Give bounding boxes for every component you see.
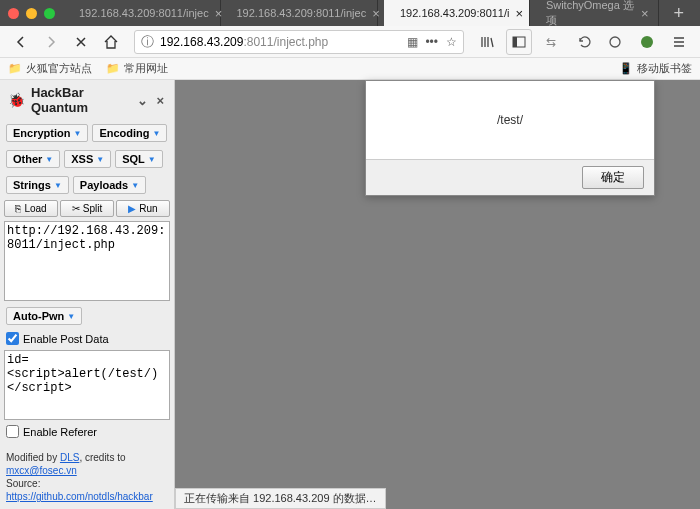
chevron-down-icon: ▼ <box>131 181 139 190</box>
chevron-down-icon: ▼ <box>152 129 160 138</box>
enable-referer-checkbox[interactable]: Enable Referer <box>0 422 174 441</box>
home-button[interactable] <box>98 29 124 55</box>
bookmark-item[interactable]: 📁常用网址 <box>106 61 168 76</box>
enable-post-checkbox[interactable]: Enable Post Data <box>0 329 174 348</box>
folder-icon: 📁 <box>8 62 22 75</box>
close-icon[interactable]: × <box>516 6 524 21</box>
tab-label: 192.168.43.209:8011/i <box>400 7 510 19</box>
chevron-down-icon: ▼ <box>54 181 62 190</box>
chevron-down-icon: ▼ <box>45 155 53 164</box>
status-bar: 正在传输来自 192.168.43.209 的数据… <box>175 488 386 509</box>
post-data-textarea[interactable] <box>4 350 170 420</box>
browser-tab[interactable]: 192.168.43.209:8011/injec× <box>227 0 379 26</box>
other-menu[interactable]: Other▼ <box>6 150 60 168</box>
close-window-icon[interactable] <box>8 8 19 19</box>
tab-label: 192.168.43.209:8011/injec <box>237 7 367 19</box>
tab-label: 192.168.43.209:8011/injec <box>79 7 209 19</box>
browser-tab[interactable]: 192.168.43.209:8011/injec× <box>69 0 221 26</box>
credits: Modified by DLS, credits to mxcx@fosec.v… <box>0 447 174 509</box>
refresh-icon[interactable] <box>602 29 628 55</box>
alert-ok-button[interactable]: 确定 <box>582 166 644 189</box>
chevron-down-icon: ▼ <box>96 155 104 164</box>
undo-icon[interactable] <box>570 29 596 55</box>
credits-link[interactable]: mxcx@fosec.vn <box>6 465 77 476</box>
chevron-down-icon: ▼ <box>73 129 81 138</box>
strings-menu[interactable]: Strings▼ <box>6 176 69 194</box>
split-button[interactable]: ✂Split <box>60 200 114 217</box>
encoding-menu[interactable]: Encoding▼ <box>92 124 167 142</box>
close-panel-icon[interactable]: × <box>154 93 166 108</box>
tab-label: SwitchyOmega 选项 <box>546 0 635 28</box>
sql-menu[interactable]: SQL▼ <box>115 150 163 168</box>
chevron-down-icon[interactable]: ⌄ <box>137 93 148 108</box>
traffic-lights <box>8 8 55 19</box>
back-button[interactable] <box>8 29 34 55</box>
alert-dialog: /test/ 确定 <box>365 80 655 196</box>
autopwn-menu[interactable]: Auto-Pwn▼ <box>6 307 82 325</box>
maximize-window-icon[interactable] <box>44 8 55 19</box>
close-icon[interactable]: × <box>215 6 223 21</box>
url-text: 192.168.43.209:8011/inject.php <box>160 35 328 49</box>
address-bar[interactable]: ⓘ 192.168.43.209:8011/inject.php ▦ ••• ☆ <box>134 30 464 54</box>
folder-icon: 📁 <box>106 62 120 75</box>
run-button[interactable]: ▶Run <box>116 200 170 217</box>
info-icon[interactable]: ⓘ <box>141 33 154 51</box>
load-button[interactable]: ⎘Load <box>4 200 58 217</box>
url-textarea[interactable] <box>4 221 170 301</box>
proxy-icon[interactable] <box>634 29 660 55</box>
credits-link[interactable]: https://github.com/notdls/hackbar <box>6 491 153 502</box>
svg-point-2 <box>610 37 620 47</box>
minimize-window-icon[interactable] <box>26 8 37 19</box>
panel-title: HackBar Quantum <box>31 85 131 115</box>
browser-tab[interactable]: SwitchyOmega 选项× <box>536 0 660 26</box>
bookmarks-bar: 📁火狐官方站点 📁常用网址 📱移动版书签 <box>0 58 700 80</box>
mobile-bookmarks[interactable]: 📱移动版书签 <box>619 61 692 76</box>
page-viewport: /test/ 确定 正在传输来自 192.168.43.209 的数据… <box>175 80 700 509</box>
qr-icon[interactable]: ▦ <box>407 35 417 49</box>
new-tab-button[interactable]: + <box>665 3 692 24</box>
more-icon[interactable]: ••• <box>425 35 438 49</box>
bug-icon: 🐞 <box>8 92 25 108</box>
credits-link[interactable]: DLS <box>60 452 79 463</box>
alert-message: /test/ <box>366 81 654 159</box>
library-icon[interactable] <box>474 29 500 55</box>
forward-button[interactable] <box>38 29 64 55</box>
hackbar-header: 🐞 HackBar Quantum ⌄ × <box>0 80 174 120</box>
close-icon[interactable]: × <box>641 6 649 21</box>
close-icon[interactable]: × <box>372 6 380 21</box>
load-icon: ⎘ <box>15 203 21 214</box>
payloads-menu[interactable]: Payloads▼ <box>73 176 146 194</box>
mobile-icon: 📱 <box>619 62 633 75</box>
star-icon[interactable]: ☆ <box>446 35 457 49</box>
extension-icon[interactable]: ⇆ <box>538 29 564 55</box>
xss-menu[interactable]: XSS▼ <box>64 150 111 168</box>
menu-icon[interactable] <box>666 29 692 55</box>
encryption-menu[interactable]: Encryption▼ <box>6 124 88 142</box>
chevron-down-icon: ▼ <box>148 155 156 164</box>
sidebar-icon[interactable] <box>506 29 532 55</box>
nav-toolbar: ⓘ 192.168.43.209:8011/inject.php ▦ ••• ☆… <box>0 26 700 58</box>
hackbar-panel: 🐞 HackBar Quantum ⌄ × Encryption▼ Encodi… <box>0 80 175 509</box>
browser-tab-active[interactable]: 192.168.43.209:8011/i× <box>384 0 530 26</box>
split-icon: ✂ <box>72 203 80 214</box>
stop-button[interactable] <box>68 29 94 55</box>
chevron-down-icon: ▼ <box>67 312 75 321</box>
bookmark-item[interactable]: 📁火狐官方站点 <box>8 61 92 76</box>
window-titlebar: 192.168.43.209:8011/injec× 192.168.43.20… <box>0 0 700 26</box>
run-icon: ▶ <box>128 203 136 214</box>
svg-rect-1 <box>513 37 517 47</box>
